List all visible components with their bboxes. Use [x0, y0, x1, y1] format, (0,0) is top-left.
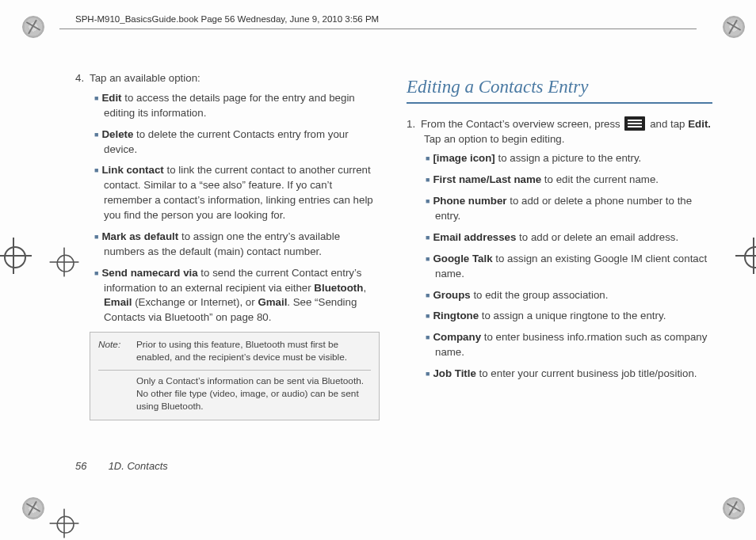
left-column: 4.Tap an available option: ■Edit to acce… [75, 71, 381, 492]
page-body: 4.Tap an available option: ■Edit to acce… [75, 71, 712, 492]
bullet-item: ■Email addresses to add or delete an ema… [407, 230, 712, 245]
bullet-item: ■[image icon] to assign a picture to the… [407, 151, 712, 166]
section-heading: Editing a Contacts Entry [407, 74, 712, 101]
bullet-item: ■Send namecard via to send the current C… [75, 266, 381, 326]
note-divider [98, 370, 371, 371]
page-number: 56 [75, 460, 105, 472]
book-header-line: SPH-M910_BasicsGuide.book Page 56 Wednes… [75, 14, 379, 24]
note-text: Prior to using this feature, Bluetooth m… [136, 339, 371, 364]
book-header-rule [59, 29, 697, 29]
bullet-item: ■Delete to delete the current Contacts e… [75, 127, 381, 158]
bullet-item: ■Google Talk to assign an existing Googl… [407, 252, 712, 282]
page-footer: 56 1D. Contacts [75, 460, 168, 472]
bullet-item: ■Mark as default to assign one the entry… [75, 230, 381, 260]
section-heading-rule [407, 102, 712, 104]
menu-hardkey-icon [624, 116, 645, 131]
registration-mark-icon [735, 238, 756, 274]
bullet-item: ■Link contact to link the current contac… [75, 163, 381, 223]
bullet-item: ■First name/Last name to edit the curren… [407, 173, 712, 188]
registration-mark-icon [50, 248, 79, 277]
right-column: Editing a Contacts Entry 1.From the Cont… [407, 71, 712, 492]
bullet-item: ■Ringtone to assign a unique ringtone to… [407, 309, 712, 324]
bullet-item: ■Company to enter business info.rmation … [407, 330, 712, 360]
section-label: 1D. Contacts [109, 460, 168, 472]
note-text: Only a Contact’s information can be sent… [136, 375, 371, 413]
crop-screw-icon [723, 16, 745, 38]
registration-mark-icon [50, 509, 79, 538]
crop-screw-icon [723, 497, 745, 519]
bullet-item: ■Edit to access the details page for the… [75, 91, 381, 121]
bullet-item: ■Groups to edit the group association. [407, 288, 712, 303]
bullet-item: ■Phone number to add or delete a phone n… [407, 194, 712, 224]
registration-mark-icon [0, 238, 32, 274]
step-4: 4.Tap an available option: [75, 71, 381, 86]
note-label: Note: [98, 339, 130, 364]
crop-screw-icon [22, 497, 44, 519]
bullet-item: ■Job Title to enter your current busines… [407, 367, 712, 382]
crop-screw-icon [22, 16, 44, 38]
note-box: Note: Prior to using this feature, Bluet… [90, 332, 380, 420]
step-1: 1.From the Contact’s overview screen, pr… [407, 113, 712, 147]
